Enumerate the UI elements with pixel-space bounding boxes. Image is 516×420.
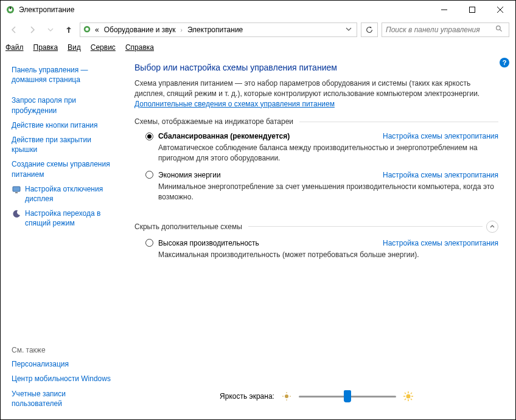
window-title: Электропитание (19, 5, 430, 14)
svg-point-9 (497, 26, 501, 30)
group-hidden-label: Скрыть дополнительные схемы (134, 222, 246, 231)
radio-balanced[interactable] (145, 133, 153, 140)
plan-highperf: Высокая производительность Настройка схе… (145, 239, 498, 260)
minimize-button[interactable] (430, 1, 458, 19)
plan-balanced-settings[interactable]: Настройка схемы электропитания (383, 132, 498, 140)
chevron-right-icon: › (180, 27, 184, 33)
plan-balanced-desc: Автоматическое соблюдение баланса между … (158, 143, 498, 164)
brightness-label: Яркость экрана: (220, 392, 274, 401)
svg-rect-2 (10, 7, 11, 9)
main-panel: Выбор или настройка схемы управления пит… (128, 54, 515, 419)
search-box[interactable] (382, 22, 509, 37)
sun-bright-icon (403, 391, 413, 401)
sidebar-create-plan[interactable]: Создание схемы управленияпитанием (12, 159, 122, 179)
page-heading: Выбор или настройка схемы управления пит… (134, 63, 498, 72)
sleep-icon (12, 209, 21, 219)
address-bar[interactable]: « Оборудование и звук › Электропитание (80, 22, 357, 37)
menubar: Файл Правка Вид Сервис Справка (1, 41, 515, 54)
menu-help[interactable]: Справка (125, 43, 154, 52)
plan-highperf-label[interactable]: Высокая производительность (158, 239, 259, 247)
group-hidden-plans: Скрыть дополнительные схемы Высокая прои… (134, 221, 498, 271)
svg-rect-4 (470, 7, 475, 13)
sidebar-lid-close[interactable]: Действие при закрытиикрышки (12, 135, 122, 154)
navbar: « Оборудование и звук › Электропитание (1, 19, 515, 41)
collapse-button[interactable] (486, 221, 498, 233)
brightness-slider[interactable] (299, 390, 396, 402)
svg-line-25 (405, 399, 406, 400)
menu-edit[interactable]: Правка (33, 43, 58, 52)
search-input[interactable] (386, 26, 495, 34)
sidebar-sleep[interactable]: Настройка перехода вспящий режим (25, 208, 100, 228)
plan-powersaver-desc: Минимальное энергопотребление за счет ум… (158, 182, 498, 202)
sidebar-power-button[interactable]: Действие кнопки питания (12, 120, 122, 130)
menu-view[interactable]: Вид (68, 43, 81, 52)
slider-thumb[interactable] (344, 390, 351, 402)
svg-point-18 (406, 394, 410, 399)
plan-balanced: Сбалансированная (рекомендуется) Настрой… (145, 132, 498, 164)
content: ? Панель управления —домашняя страница З… (1, 54, 515, 419)
sidebar-mobility[interactable]: Центр мобильности Windows (12, 374, 122, 384)
menu-file[interactable]: Файл (5, 43, 24, 52)
intro-text: Схема управления питанием — это набор па… (134, 78, 498, 109)
svg-line-24 (411, 399, 412, 400)
brightness-footer: Яркость экрана: (134, 390, 498, 413)
breadcrumb-1[interactable]: Оборудование и звук (103, 26, 177, 34)
plan-powersaver-settings[interactable]: Настройка схемы электропитания (383, 171, 498, 179)
close-button[interactable] (486, 1, 514, 19)
search-icon (495, 25, 505, 35)
menu-service[interactable]: Сервис (91, 43, 116, 52)
see-also-label: См. также (12, 346, 122, 354)
plan-powersaver: Экономия энергии Настройка схемы электро… (145, 171, 498, 202)
breadcrumb-icon (83, 25, 91, 35)
address-dropdown[interactable] (343, 26, 354, 34)
recent-dropdown[interactable] (43, 22, 58, 37)
plan-balanced-label[interactable]: Сбалансированная (рекомендуется) (158, 132, 290, 140)
group-shown-plans: Схемы, отображаемые на индикаторе батаре… (134, 117, 498, 213)
svg-line-26 (411, 393, 412, 394)
sidebar-personalization[interactable]: Персонализация (12, 359, 122, 369)
forward-button[interactable] (25, 22, 40, 37)
window: Электропитание « Оборудование и звук › Э… (0, 0, 516, 420)
titlebar: Электропитание (1, 1, 515, 19)
plan-highperf-desc: Максимальная производительность (может п… (158, 250, 498, 260)
group-shown-label: Схемы, отображаемые на индикаторе батаре… (134, 117, 297, 126)
app-icon (5, 5, 15, 15)
svg-line-23 (405, 393, 406, 394)
help-icon[interactable]: ? (500, 58, 509, 67)
maximize-button[interactable] (458, 1, 486, 19)
svg-line-10 (500, 29, 501, 31)
sidebar: Панель управления —домашняя страница Зап… (1, 54, 128, 419)
svg-rect-12 (15, 192, 18, 193)
sidebar-display-off[interactable]: Настройка отключениядисплея (25, 184, 103, 204)
refresh-button[interactable] (361, 22, 378, 37)
up-button[interactable] (61, 22, 76, 37)
svg-rect-11 (13, 187, 20, 191)
sidebar-home[interactable]: Панель управления —домашняя страница (12, 65, 122, 84)
breadcrumb-prev[interactable]: « (94, 26, 100, 34)
breadcrumb-2[interactable]: Электропитание (186, 26, 244, 34)
sidebar-accounts[interactable]: Учетные записипользователей (12, 389, 122, 408)
intro-link[interactable]: Дополнительные сведения о схемах управле… (134, 100, 335, 108)
radio-highperf[interactable] (145, 239, 153, 247)
sun-dim-icon (282, 391, 291, 401)
plan-highperf-settings[interactable]: Настройка схемы электропитания (383, 239, 498, 247)
svg-point-8 (85, 27, 88, 30)
svg-point-13 (285, 394, 288, 398)
radio-powersaver[interactable] (145, 171, 153, 179)
display-off-icon (12, 185, 21, 195)
plan-powersaver-label[interactable]: Экономия энергии (158, 171, 221, 179)
sidebar-wake-password[interactable]: Запрос пароля припробуждении (12, 95, 122, 115)
back-button[interactable] (7, 22, 21, 37)
